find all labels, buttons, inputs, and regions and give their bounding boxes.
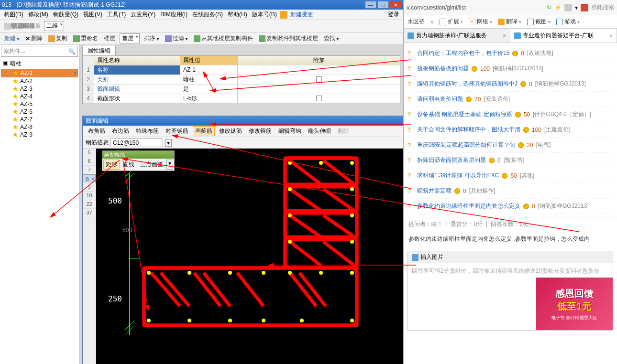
new-change-button[interactable]: 新建变更 — [288, 10, 315, 20]
question-item[interactable]: ?设备基础 钢筋混凝土基础 定额粒径原50[计价GBQ4.0（定额）] — [408, 107, 613, 122]
ext-button[interactable]: 扩展▾ — [440, 18, 463, 26]
insert-image-bar[interactable]: 插入图片 — [408, 251, 613, 263]
tab-mod-long[interactable]: 修改纵筋 — [217, 126, 244, 136]
tab-delete[interactable]: 删除 — [335, 126, 352, 136]
tab-draw-stirrup[interactable]: 画箍筋 — [193, 126, 215, 136]
question-item[interactable]: ?请问弱电套价问题70[安装造价] — [408, 92, 613, 107]
browser-tabs: 剪力墙钢筋抽样-广联达服务× 专业造价问题答疑平台-广联× — [404, 29, 617, 43]
question-item[interactable]: ?筏板钢筋替换的问题100[钢筋抽样GGJ2013] — [408, 61, 613, 76]
question-item[interactable]: ?砌筑井套定额0[其他操作] — [408, 183, 613, 199]
dropdown-icon[interactable]: ▾ — [166, 160, 173, 170]
svg-point-28 — [288, 161, 292, 165]
menu-item[interactable]: 构图(D) — [2, 10, 25, 20]
minimize-button[interactable]: — — [365, 1, 376, 9]
tab-align[interactable]: 对齐钢筋 — [163, 126, 191, 136]
menu-item[interactable]: BIM应用(I) — [158, 10, 189, 20]
question-icon: ? — [408, 50, 414, 57]
translate-button[interactable]: 翻译▾ — [498, 18, 521, 26]
menu-item[interactable]: 云应用(Y) — [129, 10, 157, 20]
tree-item[interactable]: AZ-1 — [1, 69, 78, 77]
floor-select[interactable]: 首层 — [120, 33, 140, 43]
menu-item[interactable]: 帮助(H) — [226, 10, 249, 20]
rename-button[interactable]: 重命名 — [72, 34, 99, 43]
question-item[interactable]: ?关于合同文件的解释顺序中，图纸大于清100[土建造价] — [408, 122, 613, 138]
question-item[interactable]: ?参数化约束边缘暗柱里面是内套怎么定义0[钢筋抽样GGJ2013] — [408, 199, 613, 214]
checkbox[interactable] — [316, 76, 322, 82]
game-button[interactable]: 游戏▾ — [556, 18, 580, 26]
coin-icon — [512, 51, 518, 56]
question-item[interactable]: ?求科瑞1.39计算簿 可以导出EXC50[其他] — [408, 168, 613, 183]
login-button[interactable]: 登录 — [386, 10, 401, 20]
checkbox[interactable] — [316, 96, 322, 101]
tree-item[interactable]: AZ-4 — [1, 93, 78, 100]
fav-dropdown[interactable]: ▾ — [575, 4, 578, 11]
coin-icon — [515, 112, 521, 118]
svg-text:500: 500 — [122, 227, 132, 234]
favicon — [514, 32, 521, 39]
delete-button[interactable]: ✕ 删除 — [24, 34, 44, 43]
dim-select[interactable]: 二维 — [44, 21, 64, 31]
search-input[interactable]: 索构件...🔍 — [1, 46, 78, 57]
close-tab-icon[interactable]: × — [609, 32, 613, 39]
rebar-info-input[interactable] — [110, 139, 163, 147]
copy-from-floor-button[interactable]: 从其他楼层复制构件 — [192, 34, 254, 43]
tab-corner[interactable]: 布角筋 — [86, 126, 108, 136]
tab-edge[interactable]: 布边筋 — [110, 126, 132, 136]
shape-rect[interactable]: 矩形 — [103, 160, 120, 170]
bookmark[interactable]: 水区招 — [408, 18, 425, 26]
promo-banner[interactable]: 感恩回馈 低至1元 电子书 合订刊 感恩大促 — [536, 278, 613, 330]
tree-item[interactable]: AZ-6 — [1, 108, 78, 116]
question-item[interactable]: ?重庆08安装定额超高部分如何计算？包20[电气] — [408, 138, 613, 153]
screenshot-button[interactable]: 截图▾ — [527, 18, 551, 26]
more-icon[interactable]: » — [430, 19, 434, 25]
lightning-icon[interactable]: ⚡ — [554, 4, 562, 11]
dropdown-icon[interactable]: ▾ — [165, 139, 172, 147]
menu-item[interactable]: 视图(V) — [81, 10, 104, 20]
close-button[interactable]: ✕ — [390, 1, 401, 9]
tree-item[interactable]: AZ-9 — [1, 131, 78, 139]
bank-button[interactable]: ¥网银▾ — [469, 18, 492, 26]
tree-root[interactable]: ▣ 暗柱 — [1, 59, 78, 69]
menu-item[interactable]: 修改(M) — [26, 10, 50, 20]
search-placeholder[interactable]: 点此搜索 — [591, 3, 614, 11]
local-3d-button[interactable]: 局部三维 — [3, 21, 36, 31]
browser-tab[interactable]: 剪力墙钢筋抽样-广联达服务× — [404, 29, 510, 43]
tree-item[interactable]: AZ-8 — [1, 123, 78, 131]
shape-arc[interactable]: 三点画弧 — [138, 160, 165, 170]
close-tab-icon[interactable]: × — [503, 32, 506, 39]
user-icon[interactable] — [280, 11, 287, 19]
tree-item[interactable]: AZ-5 — [1, 100, 78, 108]
tree-item[interactable]: AZ-3 — [1, 85, 78, 93]
maximize-button[interactable]: □ — [377, 1, 389, 9]
find-button[interactable]: 查找 ▾ — [322, 34, 341, 43]
copy-button[interactable]: 复制 — [47, 34, 69, 43]
url-text[interactable]: x.com/question/giml/list — [407, 4, 544, 11]
property-tab[interactable]: 属性编辑 — [82, 45, 116, 56]
copy-to-floor-button[interactable]: 复制构件到其他楼层 — [257, 34, 320, 43]
question-item[interactable]: ?拆除旧沥青面层及基层问题0[预算书] — [408, 153, 613, 168]
menu-item[interactable]: 在线服务(S) — [190, 10, 225, 20]
tree-item[interactable]: AZ-2 — [1, 77, 78, 85]
main-panel: 属性编辑 属性名称属性值附加 1名称AZ-1 2类别暗柱 3截面编辑是 4截面形… — [79, 45, 403, 364]
tree-item[interactable]: AZ-7 — [1, 116, 78, 123]
tab-mod-stirrup[interactable]: 修改箍筋 — [246, 126, 274, 136]
answer-hint[interactable]: 回答即可得2分贡献分，回答被采纳获得系统赠送20贡献分及提问者悬赏分 — [408, 263, 613, 278]
search-engine-icon[interactable] — [581, 4, 588, 11]
menu-item[interactable]: 工具(T) — [105, 10, 128, 20]
sort-button[interactable]: 排序 ▾ — [143, 34, 161, 43]
move-up-button[interactable]: 上移 — [3, 34, 17, 43]
menu-item[interactable]: 版本号(B) — [250, 10, 279, 20]
refresh-icon[interactable]: ↻ — [547, 4, 551, 11]
menu-item[interactable]: 钢筋量(Q) — [51, 10, 80, 20]
star-icon — [12, 124, 18, 130]
shape-line[interactable]: 直线 — [121, 160, 137, 170]
tab-end-ext[interactable]: 端头伸缩 — [306, 126, 333, 136]
filter-button[interactable]: 过滤 ▾ — [164, 34, 189, 43]
svg-point-36 — [350, 240, 354, 244]
question-item[interactable]: ?编辑其他钢筋时，选择其他钢筋图号中J0[钢筋抽样GGJ2013] — [408, 76, 613, 92]
tab-special[interactable]: 特殊布筋 — [133, 126, 161, 136]
question-item[interactable]: ?合同约定：工程内容包干，包干价150[政策法规] — [408, 46, 613, 61]
answer-image-area[interactable]: 感恩回馈 低至1元 电子书 合订刊 感恩大促 — [408, 278, 613, 330]
browser-tab[interactable]: 专业造价问题答疑平台-广联× — [510, 29, 617, 43]
tab-edit-hook[interactable]: 编辑弯钩 — [276, 126, 304, 136]
